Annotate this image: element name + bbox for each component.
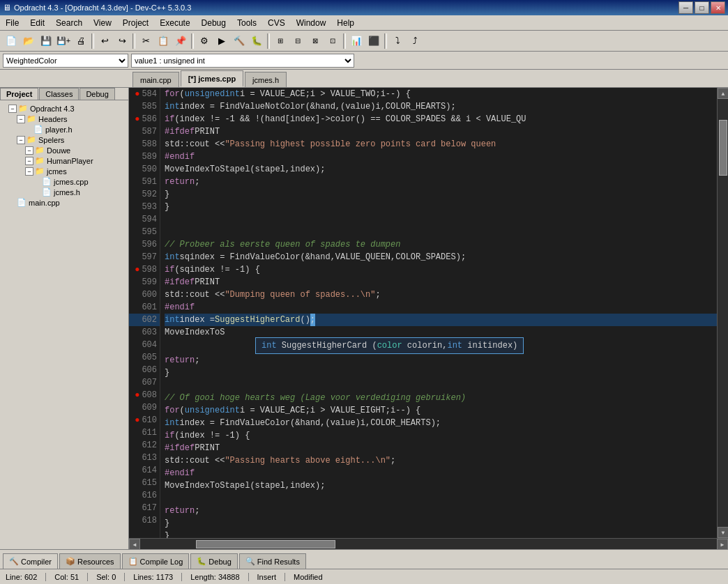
- code-line-605: }: [165, 367, 717, 379]
- close-file-button[interactable]: 🖨: [73, 33, 89, 49]
- layout-button[interactable]: ⊞: [272, 33, 289, 49]
- menu-tools[interactable]: Tools: [232, 15, 262, 30]
- copy-button[interactable]: 📋: [155, 33, 172, 49]
- menu-project[interactable]: Project: [117, 15, 154, 30]
- layout3-button[interactable]: ⊠: [307, 33, 324, 49]
- tree-humanplayer[interactable]: − 📁 HumanPlayer: [0, 155, 128, 166]
- code-line-584: for(unsigned int i = VALUE_ACE;i > VALUE…: [165, 88, 717, 100]
- code-line-592: }: [165, 188, 717, 201]
- menu-view[interactable]: View: [88, 15, 117, 30]
- hscroll-right-button[interactable]: ▶: [717, 539, 728, 549]
- bottom-tab-resources[interactable]: 📦Resources: [59, 553, 121, 569]
- titlebar-title: Opdracht 4.3 - [Opdracht 4.3.dev] - Dev-…: [14, 3, 678, 12]
- vscroll-thumb[interactable]: [719, 120, 727, 176]
- cut-button[interactable]: ✂: [137, 33, 154, 49]
- run-button[interactable]: ▶: [213, 33, 230, 49]
- menu-cvs[interactable]: CVS: [262, 15, 291, 30]
- code-line-616: return;: [165, 505, 717, 517]
- code-line-599: #ifdef PRINT: [165, 276, 717, 289]
- tree-root[interactable]: − 📁 Opdracht 4.3: [0, 103, 128, 114]
- tb-sep5: [343, 33, 346, 49]
- tree-jcmes-h[interactable]: 📄 jcmes.h: [0, 187, 128, 197]
- vscroll-up-button[interactable]: ▲: [718, 88, 728, 99]
- menu-debug[interactable]: Debug: [196, 15, 232, 30]
- tab-jcmes-h[interactable]: jcmes.h: [245, 72, 287, 87]
- editor-tabs: main.cpp [*] jcmes.cpp jcmes.h: [0, 70, 728, 88]
- code-scroll-area[interactable]: ●584 ●585 ●586 ●587 ●588 ●589 ●590 ●591 …: [129, 88, 728, 538]
- findresults-icon: 🔍: [245, 557, 255, 566]
- open-button[interactable]: 📂: [20, 33, 37, 49]
- panel-tab-classes[interactable]: Classes: [39, 88, 79, 100]
- new-button[interactable]: 📄: [3, 33, 20, 49]
- bottom-tab-compile-log[interactable]: 📋Compile Log: [122, 553, 190, 569]
- method-dropdown[interactable]: value1 : unsigned int: [131, 54, 354, 68]
- close-button[interactable]: ✕: [711, 1, 725, 14]
- bottom-tab-find-results[interactable]: 🔍Find Results: [239, 553, 306, 569]
- tree-player-h[interactable]: 📄 player.h: [0, 124, 128, 135]
- bottom-tab-compiler[interactable]: 🔨Compiler: [3, 553, 58, 569]
- debug-icon: 🐛: [197, 557, 206, 566]
- menu-execute[interactable]: Execute: [154, 15, 195, 30]
- panel-tab-project[interactable]: Project: [0, 88, 38, 100]
- menu-edit[interactable]: Edit: [24, 15, 50, 30]
- tb-sep6: [384, 33, 387, 49]
- redo-button[interactable]: ↪: [114, 33, 130, 49]
- save-all-button[interactable]: 💾+: [55, 33, 72, 49]
- code-line-598: if(sqindex != -1) {: [165, 263, 717, 276]
- tree-spelers[interactable]: − 📁 Spelers: [0, 135, 128, 145]
- layout4-button[interactable]: ⊡: [324, 33, 341, 49]
- undo-button[interactable]: ↩: [96, 33, 113, 49]
- dropdown-bar: WeightedColor value1 : unsigned int: [0, 52, 728, 70]
- maximize-button[interactable]: □: [695, 1, 709, 14]
- bottom-tab-debug[interactable]: 🐛Debug: [190, 553, 237, 569]
- expand-root: −: [8, 105, 17, 113]
- vscrollbar[interactable]: ▲ ▼: [717, 88, 728, 538]
- step-in-button[interactable]: ⤵: [389, 33, 406, 49]
- paste-button[interactable]: 📌: [172, 33, 189, 49]
- tab-jcmes-cpp[interactable]: [*] jcmes.cpp: [181, 70, 243, 87]
- save-button[interactable]: 💾: [38, 33, 54, 49]
- build-button[interactable]: 🔨: [231, 33, 248, 49]
- code-line-613: #endif: [165, 467, 717, 479]
- menu-help[interactable]: Help: [331, 15, 360, 30]
- code-lines[interactable]: for(unsigned int i = VALUE_ACE;i > VALUE…: [160, 88, 717, 538]
- vscroll-track[interactable]: [718, 99, 728, 527]
- status-lines: Lines: 1173: [133, 573, 182, 581]
- expand-headers: −: [17, 115, 25, 123]
- code-line-610: if(index != -1) {: [165, 429, 717, 442]
- hscroll-track[interactable]: [140, 539, 717, 549]
- hscroll-left-button[interactable]: ◀: [129, 539, 140, 549]
- tree-douwe[interactable]: − 📁 Douwe: [0, 145, 128, 155]
- status-length: Length: 34888: [190, 573, 248, 581]
- tree-headers[interactable]: − 📁 Headers: [0, 114, 128, 124]
- code-line-586: if(index != -1 && !(hand[index]->color()…: [165, 113, 717, 125]
- code-line-618: }: [165, 530, 717, 538]
- tab-main-cpp[interactable]: main.cpp: [132, 72, 179, 87]
- hscroll-thumb[interactable]: [196, 540, 335, 548]
- vscroll-down-button[interactable]: ▼: [718, 527, 728, 538]
- status-insert: Insert: [257, 573, 286, 581]
- stop-button[interactable]: ⬛: [365, 33, 382, 49]
- compile-button[interactable]: ⚙: [196, 33, 213, 49]
- tree-jcmes-cpp[interactable]: 📄 jcmes.cpp: [0, 176, 128, 187]
- hscrollbar[interactable]: ◀ ▶: [129, 538, 728, 549]
- tree-jcmes[interactable]: − 📁 jcmes: [0, 166, 128, 176]
- bottom-tabs-bar: 🔨Compiler 📦Resources 📋Compile Log 🐛Debug…: [0, 549, 728, 569]
- tree-main-cpp[interactable]: 📄 main.cpp: [0, 197, 128, 208]
- code-line-587: #ifdef PRINT: [165, 125, 717, 138]
- code-line-594: [165, 213, 717, 226]
- menu-window[interactable]: Window: [291, 15, 332, 30]
- minimize-button[interactable]: ─: [678, 1, 693, 14]
- menu-search[interactable]: Search: [50, 15, 88, 30]
- code-line-596: // Probeer als eerste queen of spades te…: [165, 238, 717, 251]
- layout2-button[interactable]: ⊟: [289, 33, 306, 49]
- class-dropdown[interactable]: WeightedColor: [3, 54, 128, 68]
- compilelog-icon: 📋: [128, 557, 138, 566]
- code-line-606: [165, 379, 717, 392]
- menu-file[interactable]: File: [0, 15, 24, 30]
- bar-chart-button[interactable]: 📊: [348, 33, 365, 49]
- debug-run-button[interactable]: 🐛: [248, 33, 265, 49]
- expand-humanplayer: −: [25, 157, 33, 165]
- panel-tab-debug[interactable]: Debug: [79, 88, 114, 100]
- step-out-button[interactable]: ⤴: [407, 33, 423, 49]
